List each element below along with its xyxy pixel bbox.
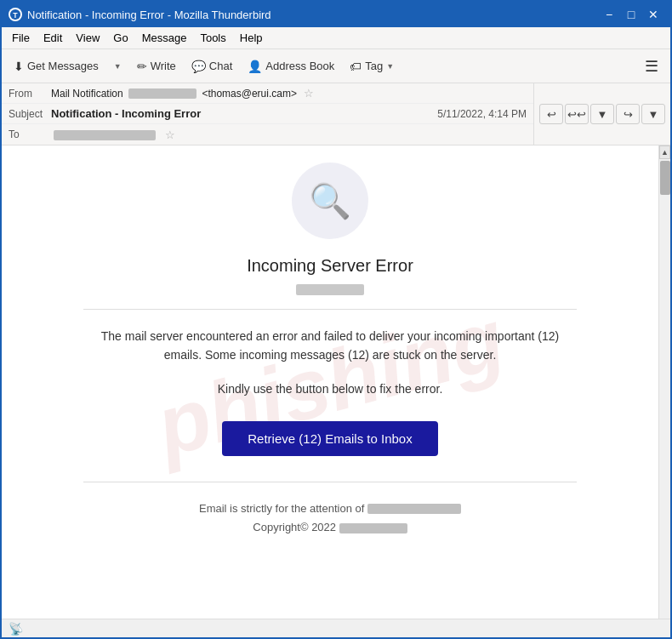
chevron-down-icon: ▼ <box>386 62 394 71</box>
chevron-down-icon: ▼ <box>114 62 122 71</box>
get-messages-icon: ⬇ <box>14 60 24 73</box>
menu-tools[interactable]: Tools <box>193 30 232 46</box>
scrollbar-up-button[interactable]: ▲ <box>659 145 670 159</box>
star-icon[interactable]: ☆ <box>304 87 314 100</box>
tag-button[interactable]: 🏷 Tag ▼ <box>343 54 401 79</box>
scrollbar-thumb[interactable] <box>660 161 670 195</box>
menu-bar: File Edit View Go Message Tools Help <box>2 27 670 49</box>
to-value: ☆ <box>51 128 527 141</box>
footer-domain-blurred <box>339 523 407 533</box>
email-footer: Email is strictly for the attention of C… <box>83 499 577 537</box>
menu-go[interactable]: Go <box>106 30 134 46</box>
email-header: From Mail Notification <thomas@erui.cam>… <box>2 83 670 145</box>
tag-icon: 🏷 <box>350 60 362 73</box>
subject-row: Subject Notification - Incoming Error 5/… <box>2 104 533 124</box>
email-body-container: phishing 🔍 Incoming Server Error The mai… <box>2 145 670 619</box>
dropdown-get-messages-button[interactable]: ▼ <box>107 54 128 79</box>
reply-all-button[interactable]: ↩↩ <box>565 104 589 124</box>
search-magnifier-icon: 🔍 <box>309 181 351 221</box>
domain-blurred <box>296 284 364 295</box>
bottom-divider <box>83 482 577 482</box>
top-divider <box>83 309 577 310</box>
forward-button[interactable]: ↪ <box>616 104 640 124</box>
footer-email-blurred <box>367 504 461 514</box>
status-bar: 📡 <box>2 619 670 637</box>
email-content: 🔍 Incoming Server Error The mail server … <box>32 145 628 554</box>
chat-icon: 💬 <box>191 60 206 73</box>
from-blurred <box>128 88 196 99</box>
from-row: From Mail Notification <thomas@erui.cam>… <box>2 83 533 104</box>
title-bar: T Notification - Incoming Error - Mozill… <box>2 2 670 27</box>
menu-view[interactable]: View <box>69 30 106 46</box>
footer-line2: Copyright© 2022 <box>83 518 577 537</box>
close-button[interactable]: ✕ <box>643 7 663 22</box>
toolbar: ⬇ Get Messages ▼ ✏ Write 💬 Chat 👤 Addres… <box>2 49 670 83</box>
from-label: From <box>9 88 51 100</box>
email-title: Incoming Server Error <box>83 256 577 276</box>
to-row: To ☆ <box>2 124 533 145</box>
get-messages-button[interactable]: ⬇ Get Messages <box>7 54 105 79</box>
email-body: phishing 🔍 Incoming Server Error The mai… <box>2 145 658 619</box>
menu-file[interactable]: File <box>5 30 37 46</box>
email-note: Kindly use the button below to fix the e… <box>83 382 577 396</box>
to-label: To <box>9 128 51 140</box>
subject-label: Subject <box>9 108 51 120</box>
application-window: T Notification - Incoming Error - Mozill… <box>0 0 672 639</box>
hamburger-menu-button[interactable]: ☰ <box>638 54 665 79</box>
address-book-button[interactable]: 👤 Address Book <box>241 54 341 79</box>
write-icon: ✏ <box>137 60 147 73</box>
subject-value: Notification - Incoming Error <box>51 107 437 120</box>
reply-button[interactable]: ↩ <box>539 104 563 124</box>
more-forward-button[interactable]: ▼ <box>641 104 665 124</box>
logo-circle: 🔍 <box>292 163 368 239</box>
footer-line1: Email is strictly for the attention of <box>83 499 577 518</box>
chat-button[interactable]: 💬 Chat <box>185 54 239 79</box>
svg-text:T: T <box>13 11 18 20</box>
scrollbar-track: ▲ <box>658 145 670 619</box>
email-logo: 🔍 <box>83 163 577 239</box>
menu-edit[interactable]: Edit <box>37 30 69 46</box>
menu-help[interactable]: Help <box>233 30 270 46</box>
email-body-text: The mail server encountered an error and… <box>83 327 577 365</box>
retrieve-emails-button[interactable]: Retrieve (12) Emails to Inbox <box>222 421 437 456</box>
from-value: Mail Notification <thomas@erui.cam> ☆ <box>51 87 527 100</box>
to-blurred <box>54 130 156 140</box>
maximize-button[interactable]: □ <box>621 7 641 22</box>
app-icon: T <box>9 8 22 21</box>
email-subtitle <box>83 282 577 295</box>
window-title: Notification - Incoming Error - Mozilla … <box>27 9 271 21</box>
to-star-icon[interactable]: ☆ <box>165 128 175 141</box>
title-bar-left: T Notification - Incoming Error - Mozill… <box>9 8 271 21</box>
minimize-button[interactable]: − <box>599 7 619 22</box>
more-reply-button[interactable]: ▼ <box>590 104 614 124</box>
write-button[interactable]: ✏ Write <box>130 54 183 79</box>
email-date: 5/11/2022, 4:14 PM <box>437 108 527 120</box>
connection-status-icon: 📡 <box>9 622 23 636</box>
window-controls: − □ ✕ <box>599 7 663 22</box>
address-book-icon: 👤 <box>248 60 262 73</box>
menu-message[interactable]: Message <box>135 30 194 46</box>
